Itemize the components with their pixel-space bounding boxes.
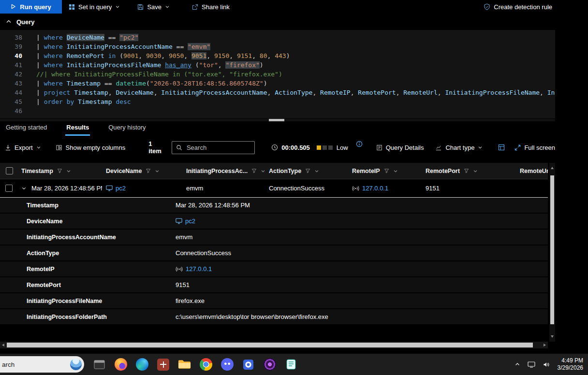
remote-ip-link[interactable]: 127.0.0.1 <box>186 265 212 273</box>
tab-query-history[interactable]: Query history <box>107 122 147 134</box>
column-header-actiontype[interactable]: ActionType <box>269 168 352 174</box>
meter-squares <box>317 145 333 150</box>
device-link[interactable]: pc2 <box>185 217 195 225</box>
taskbar-app-notepad-icon[interactable] <box>284 358 297 371</box>
taskbar-app-mail-icon[interactable] <box>242 358 255 371</box>
open-in-editor-icon[interactable] <box>498 144 505 151</box>
results-search-box[interactable] <box>172 141 255 154</box>
table-row[interactable]: Mar 28, 2026 12:48:56 PM pc2 emvm Connec… <box>0 179 548 198</box>
taskbar-app-explorer-icon[interactable] <box>178 358 191 371</box>
taskbar-app-store-icon[interactable] <box>157 358 170 371</box>
device-icon <box>176 218 182 224</box>
column-header-remoteip[interactable]: RemoteIP <box>352 168 426 174</box>
row-expander-chevron-icon[interactable] <box>21 186 27 191</box>
chevron-down-icon[interactable] <box>165 4 170 9</box>
detail-row: ActionTypeConnectionSuccess <box>0 245 548 261</box>
tray-chevron-up-icon[interactable] <box>514 361 520 367</box>
run-query-button[interactable]: Run query <box>0 0 62 14</box>
set-in-query-label: Set in query <box>78 3 112 11</box>
editor-horizontal-scrollbar[interactable] <box>0 119 555 121</box>
search-input[interactable] <box>186 144 249 152</box>
export-button[interactable]: Export <box>5 144 41 151</box>
chart-type-button[interactable]: Chart type <box>435 144 483 151</box>
chevron-down-icon[interactable] <box>66 169 71 173</box>
chevron-down-icon[interactable] <box>393 169 398 173</box>
device-link[interactable]: pc2 <box>116 185 126 192</box>
column-header-devicename[interactable]: DeviceName <box>106 168 186 174</box>
chevron-down-icon[interactable] <box>478 145 483 150</box>
detail-field-value: ConnectionSuccess <box>176 249 548 257</box>
clock-icon <box>271 144 278 151</box>
speaker-icon[interactable] <box>543 361 550 368</box>
search-highlight-image[interactable] <box>70 359 82 370</box>
share-link-button[interactable]: Share link <box>192 3 230 11</box>
create-detection-rule-button[interactable]: Create detection rule <box>484 3 552 11</box>
scroll-left-arrow[interactable] <box>2 344 4 346</box>
info-icon[interactable] <box>356 141 363 147</box>
signal-icon <box>352 186 359 191</box>
chevron-down-icon[interactable] <box>36 145 41 150</box>
taskbar-app-tor-icon[interactable] <box>263 358 276 371</box>
editor-scrollbar-thumb[interactable] <box>269 119 284 121</box>
query-section-header[interactable]: Query <box>0 14 588 30</box>
vertical-scrollbar-thumb[interactable] <box>550 175 554 324</box>
taskbar-app-window-icon[interactable] <box>93 358 106 371</box>
chevron-down-icon[interactable] <box>155 169 160 173</box>
query-code-editor[interactable]: 38| where DeviceName == "pc2"39| where I… <box>0 30 555 118</box>
column-header-initiatingprocessac[interactable]: InitiatingProcessAc... <box>186 168 269 174</box>
filter-icon[interactable] <box>251 168 257 173</box>
detail-field-name: DeviceName <box>0 218 176 225</box>
full-screen-button[interactable]: Full screen <box>514 144 555 151</box>
set-in-query-button[interactable]: Set in query <box>69 3 120 11</box>
scroll-right-arrow[interactable] <box>544 344 546 346</box>
query-details-button[interactable]: Query Details <box>376 144 424 151</box>
code-line[interactable]: 39| where InitiatingProcessAccountName =… <box>0 42 555 51</box>
chevron-up-icon[interactable] <box>6 19 12 25</box>
chevron-down-icon[interactable] <box>115 4 120 9</box>
chevron-down-icon[interactable] <box>314 169 319 173</box>
header-checkbox[interactable] <box>6 167 13 174</box>
column-header-remoteport[interactable]: RemotePort <box>426 168 520 174</box>
column-header-remoteurl[interactable]: RemoteUrl <box>520 168 548 174</box>
filter-icon[interactable] <box>305 168 310 173</box>
filter-icon[interactable] <box>384 168 389 173</box>
line-number: 38 <box>0 33 22 42</box>
monitor-icon[interactable] <box>528 361 535 368</box>
remote-ip-link[interactable]: 127.0.0.1 <box>362 185 388 192</box>
taskbar-search-box[interactable]: arch <box>0 356 84 373</box>
column-header-timestamp[interactable]: Timestamp <box>21 168 106 174</box>
tray-clock[interactable]: 4:49 PM 3/29/2026 <box>558 357 583 372</box>
detail-row: InitiatingProcessFolderPathc:\users\emvm… <box>0 309 548 325</box>
horizontal-scrollbar-thumb[interactable] <box>7 343 533 347</box>
show-empty-columns-button[interactable]: Show empty columns <box>56 144 126 151</box>
taskbar-app-chrome-icon[interactable] <box>199 358 212 371</box>
filter-icon[interactable] <box>146 168 151 173</box>
code-line[interactable]: 44| project Timestamp, DeviceName, Initi… <box>0 88 555 97</box>
filter-icon[interactable] <box>464 168 469 173</box>
chevron-down-icon[interactable] <box>473 169 478 173</box>
scroll-up-arrow[interactable] <box>551 167 554 169</box>
code-line[interactable]: 43| where Timestamp == datetime("2026-03… <box>0 79 555 88</box>
filter-icon[interactable] <box>57 168 62 173</box>
meter-square <box>328 145 333 150</box>
row-checkbox[interactable] <box>5 185 13 192</box>
vertical-scrollbar[interactable] <box>549 163 555 342</box>
line-number: 45 <box>0 97 22 106</box>
scroll-down-arrow[interactable] <box>551 335 554 338</box>
taskbar-app-firefox-icon[interactable] <box>114 358 127 371</box>
chevron-down-icon[interactable] <box>261 169 265 173</box>
code-line[interactable]: 40| where RemotePort in (9001, 9030, 905… <box>0 51 555 60</box>
horizontal-scrollbar[interactable] <box>0 342 548 348</box>
tab-results[interactable]: Results <box>65 122 90 136</box>
save-button[interactable]: Save <box>137 3 170 11</box>
code-line[interactable]: 46 <box>0 106 555 115</box>
code-line[interactable]: 42//| where InitiatingProcessFileName in… <box>0 70 555 79</box>
code-line[interactable]: 38| where DeviceName == "pc2" <box>0 33 555 42</box>
detail-field-value: 9151 <box>176 281 548 288</box>
code-line[interactable]: 41| where InitiatingProcessFileName has_… <box>0 60 555 70</box>
taskbar-app-discord-icon[interactable] <box>220 358 234 371</box>
code-line[interactable]: 45| order by Timestamp desc <box>0 97 555 106</box>
tab-getting-started[interactable]: Getting started <box>5 122 48 134</box>
share-link-label: Share link <box>202 3 230 11</box>
taskbar-app-edge-icon[interactable] <box>135 358 148 371</box>
